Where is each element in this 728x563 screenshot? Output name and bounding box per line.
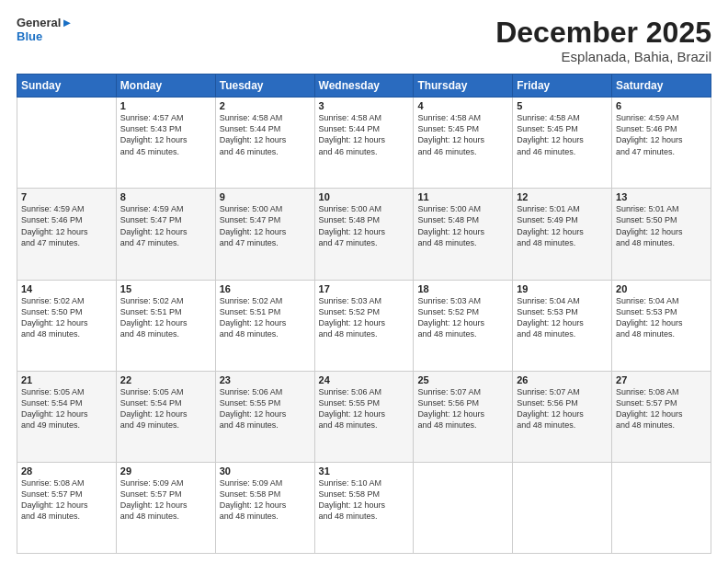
table-row: 17Sunrise: 5:03 AMSunset: 5:52 PMDayligh… bbox=[314, 280, 414, 371]
day-info: Sunrise: 5:02 AMSunset: 5:51 PMDaylight:… bbox=[220, 295, 311, 340]
day-number: 10 bbox=[319, 191, 410, 202]
table-row: 14Sunrise: 5:02 AMSunset: 5:50 PMDayligh… bbox=[17, 280, 117, 371]
day-info: Sunrise: 5:00 AMSunset: 5:48 PMDaylight:… bbox=[319, 203, 410, 248]
day-info: Sunrise: 5:00 AMSunset: 5:47 PMDaylight:… bbox=[220, 203, 311, 248]
day-number: 28 bbox=[21, 465, 112, 477]
table-row: 24Sunrise: 5:06 AMSunset: 5:55 PMDayligh… bbox=[314, 371, 414, 462]
table-row bbox=[17, 98, 117, 189]
calendar-week-row: 14Sunrise: 5:02 AMSunset: 5:50 PMDayligh… bbox=[17, 280, 711, 371]
day-number: 13 bbox=[616, 191, 707, 202]
day-info: Sunrise: 4:59 AMSunset: 5:46 PMDaylight:… bbox=[21, 203, 112, 248]
table-row: 8Sunrise: 4:59 AMSunset: 5:47 PMDaylight… bbox=[116, 189, 215, 280]
day-number: 8 bbox=[120, 191, 211, 202]
day-info: Sunrise: 5:07 AMSunset: 5:56 PMDaylight:… bbox=[417, 386, 508, 431]
day-number: 24 bbox=[319, 374, 410, 385]
day-info: Sunrise: 4:58 AMSunset: 5:44 PMDaylight:… bbox=[220, 112, 311, 157]
day-number: 14 bbox=[21, 283, 112, 294]
table-row: 20Sunrise: 5:04 AMSunset: 5:53 PMDayligh… bbox=[612, 280, 711, 371]
day-number: 4 bbox=[417, 100, 508, 111]
col-friday: Friday bbox=[513, 75, 612, 98]
calendar-week-row: 28Sunrise: 5:08 AMSunset: 5:57 PMDayligh… bbox=[17, 462, 711, 553]
table-row: 10Sunrise: 5:00 AMSunset: 5:48 PMDayligh… bbox=[314, 189, 414, 280]
table-row: 7Sunrise: 4:59 AMSunset: 5:46 PMDaylight… bbox=[17, 189, 117, 280]
header: General► Blue December 2025 Esplanada, B… bbox=[17, 17, 711, 64]
calendar-body: 1Sunrise: 4:57 AMSunset: 5:43 PMDaylight… bbox=[17, 98, 711, 554]
col-thursday: Thursday bbox=[414, 75, 513, 98]
calendar-header-row: Sunday Monday Tuesday Wednesday Thursday… bbox=[17, 75, 711, 98]
table-row: 11Sunrise: 5:00 AMSunset: 5:48 PMDayligh… bbox=[414, 189, 513, 280]
day-info: Sunrise: 5:02 AMSunset: 5:51 PMDaylight:… bbox=[120, 295, 211, 340]
day-number: 1 bbox=[120, 100, 211, 111]
table-row: 13Sunrise: 5:01 AMSunset: 5:50 PMDayligh… bbox=[612, 189, 711, 280]
day-number: 12 bbox=[517, 191, 608, 202]
day-info: Sunrise: 5:08 AMSunset: 5:57 PMDaylight:… bbox=[21, 477, 112, 523]
table-row: 1Sunrise: 4:57 AMSunset: 5:43 PMDaylight… bbox=[116, 98, 215, 189]
day-number: 30 bbox=[220, 465, 311, 477]
day-info: Sunrise: 4:57 AMSunset: 5:43 PMDaylight:… bbox=[120, 112, 211, 157]
day-info: Sunrise: 4:58 AMSunset: 5:45 PMDaylight:… bbox=[517, 112, 608, 157]
table-row: 21Sunrise: 5:05 AMSunset: 5:54 PMDayligh… bbox=[17, 371, 117, 462]
table-row: 27Sunrise: 5:08 AMSunset: 5:57 PMDayligh… bbox=[612, 371, 711, 462]
table-row: 3Sunrise: 4:58 AMSunset: 5:44 PMDaylight… bbox=[314, 98, 414, 189]
day-number: 20 bbox=[616, 283, 707, 294]
day-number: 18 bbox=[417, 283, 508, 294]
table-row bbox=[612, 462, 711, 553]
calendar-table: Sunday Monday Tuesday Wednesday Thursday… bbox=[17, 74, 711, 554]
page: General► Blue December 2025 Esplanada, B… bbox=[0, 0, 728, 563]
day-info: Sunrise: 5:03 AMSunset: 5:52 PMDaylight:… bbox=[417, 295, 508, 340]
day-number: 17 bbox=[319, 283, 410, 294]
table-row: 15Sunrise: 5:02 AMSunset: 5:51 PMDayligh… bbox=[116, 280, 215, 371]
subtitle: Esplanada, Bahia, Brazil bbox=[495, 49, 711, 64]
day-info: Sunrise: 5:00 AMSunset: 5:48 PMDaylight:… bbox=[417, 203, 508, 248]
day-number: 26 bbox=[517, 374, 608, 385]
day-info: Sunrise: 5:04 AMSunset: 5:53 PMDaylight:… bbox=[616, 295, 707, 340]
day-number: 23 bbox=[220, 374, 311, 385]
table-row: 16Sunrise: 5:02 AMSunset: 5:51 PMDayligh… bbox=[215, 280, 314, 371]
table-row: 19Sunrise: 5:04 AMSunset: 5:53 PMDayligh… bbox=[513, 280, 612, 371]
day-number: 31 bbox=[319, 465, 410, 477]
day-info: Sunrise: 5:06 AMSunset: 5:55 PMDaylight:… bbox=[319, 386, 410, 431]
day-number: 16 bbox=[220, 283, 311, 294]
day-info: Sunrise: 5:09 AMSunset: 5:58 PMDaylight:… bbox=[220, 477, 311, 523]
day-info: Sunrise: 5:09 AMSunset: 5:57 PMDaylight:… bbox=[120, 477, 211, 523]
table-row: 23Sunrise: 5:06 AMSunset: 5:55 PMDayligh… bbox=[215, 371, 314, 462]
day-number: 22 bbox=[120, 374, 211, 385]
day-info: Sunrise: 5:04 AMSunset: 5:53 PMDaylight:… bbox=[517, 295, 608, 340]
day-number: 2 bbox=[220, 100, 311, 111]
table-row bbox=[414, 462, 513, 553]
table-row: 4Sunrise: 4:58 AMSunset: 5:45 PMDaylight… bbox=[414, 98, 513, 189]
main-title: December 2025 bbox=[495, 17, 711, 49]
day-info: Sunrise: 5:05 AMSunset: 5:54 PMDaylight:… bbox=[21, 386, 112, 431]
table-row: 2Sunrise: 4:58 AMSunset: 5:44 PMDaylight… bbox=[215, 98, 314, 189]
day-info: Sunrise: 4:58 AMSunset: 5:45 PMDaylight:… bbox=[417, 112, 508, 157]
day-number: 19 bbox=[517, 283, 608, 294]
col-sunday: Sunday bbox=[17, 75, 117, 98]
calendar-week-row: 1Sunrise: 4:57 AMSunset: 5:43 PMDaylight… bbox=[17, 98, 711, 189]
day-number: 3 bbox=[319, 100, 410, 111]
day-info: Sunrise: 5:01 AMSunset: 5:50 PMDaylight:… bbox=[616, 203, 707, 248]
calendar-week-row: 21Sunrise: 5:05 AMSunset: 5:54 PMDayligh… bbox=[17, 371, 711, 462]
day-info: Sunrise: 5:06 AMSunset: 5:55 PMDaylight:… bbox=[220, 386, 311, 431]
day-info: Sunrise: 5:03 AMSunset: 5:52 PMDaylight:… bbox=[319, 295, 410, 340]
table-row: 30Sunrise: 5:09 AMSunset: 5:58 PMDayligh… bbox=[215, 462, 314, 553]
day-number: 29 bbox=[120, 465, 211, 477]
table-row: 29Sunrise: 5:09 AMSunset: 5:57 PMDayligh… bbox=[116, 462, 215, 553]
day-number: 5 bbox=[517, 100, 608, 111]
day-number: 7 bbox=[21, 191, 112, 202]
logo: General► Blue bbox=[17, 17, 73, 44]
day-number: 27 bbox=[616, 374, 707, 385]
table-row bbox=[513, 462, 612, 553]
table-row: 22Sunrise: 5:05 AMSunset: 5:54 PMDayligh… bbox=[116, 371, 215, 462]
day-number: 25 bbox=[417, 374, 508, 385]
col-monday: Monday bbox=[116, 75, 215, 98]
col-wednesday: Wednesday bbox=[314, 75, 414, 98]
day-number: 21 bbox=[21, 374, 112, 385]
day-info: Sunrise: 5:10 AMSunset: 5:58 PMDaylight:… bbox=[319, 477, 410, 523]
table-row: 25Sunrise: 5:07 AMSunset: 5:56 PMDayligh… bbox=[414, 371, 513, 462]
day-info: Sunrise: 5:08 AMSunset: 5:57 PMDaylight:… bbox=[616, 386, 707, 431]
table-row: 28Sunrise: 5:08 AMSunset: 5:57 PMDayligh… bbox=[17, 462, 117, 553]
day-info: Sunrise: 5:01 AMSunset: 5:49 PMDaylight:… bbox=[517, 203, 608, 248]
table-row: 6Sunrise: 4:59 AMSunset: 5:46 PMDaylight… bbox=[612, 98, 711, 189]
title-block: December 2025 Esplanada, Bahia, Brazil bbox=[495, 17, 711, 64]
table-row: 18Sunrise: 5:03 AMSunset: 5:52 PMDayligh… bbox=[414, 280, 513, 371]
